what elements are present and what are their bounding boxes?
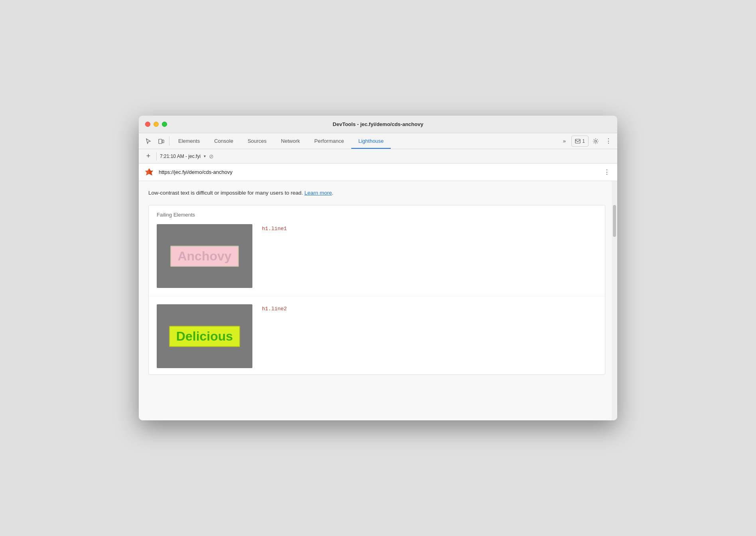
row-separator [149, 296, 605, 296]
tab-lighthouse[interactable]: Lighthouse [351, 133, 391, 149]
tab-network[interactable]: Network [274, 133, 307, 149]
secondary-divider [156, 152, 157, 160]
tab-elements[interactable]: Elements [171, 133, 207, 149]
element-preview-1: Anchovy [157, 224, 252, 288]
content-area: Low-contrast text is difficult or imposs… [139, 181, 617, 420]
svg-rect-0 [159, 139, 162, 144]
session-dropdown[interactable]: ▾ [204, 154, 206, 158]
toolbar-divider [169, 136, 169, 146]
tab-performance[interactable]: Performance [307, 133, 351, 149]
page-url: https://jec.fyi/demo/cds-anchovy [159, 169, 597, 175]
svg-marker-5 [149, 168, 153, 175]
overflow-menu-button[interactable]: ⋮ [603, 136, 614, 147]
main-toolbar: Elements Console Sources Network Perform… [139, 133, 617, 149]
svg-point-3 [595, 140, 597, 142]
anchovy-preview-text: Anchovy [170, 246, 238, 267]
title-bar: DevTools - jec.fyi/demo/cds-anchovy [139, 116, 617, 133]
table-row: Anchovy h1.line1 [157, 224, 597, 288]
tab-list: Elements Console Sources Network Perform… [171, 133, 559, 149]
url-options-button[interactable]: ⋮ [601, 167, 612, 178]
secondary-toolbar: + 7:21:10 AM - jec.fyi ▾ ⊘ [139, 149, 617, 164]
failing-elements-container: Failing Elements Anchovy h1.line1 Delici… [148, 205, 605, 375]
close-button[interactable] [145, 122, 150, 127]
notification-button[interactable]: 1 [571, 136, 589, 147]
lighthouse-page-icon [144, 167, 155, 178]
element-label-2: h1.line2 [262, 304, 287, 312]
table-row: Delicious h1.line2 [157, 304, 597, 368]
tab-console[interactable]: Console [207, 133, 240, 149]
tab-sources[interactable]: Sources [240, 133, 274, 149]
failing-elements-title: Failing Elements [157, 212, 597, 218]
session-url-display: 7:21:10 AM - jec.fyi [160, 154, 201, 159]
cursor-tool-button[interactable] [142, 133, 155, 149]
traffic-lights [145, 122, 167, 127]
maximize-button[interactable] [162, 122, 167, 127]
svg-rect-1 [162, 140, 164, 143]
no-throttle-icon: ⊘ [209, 153, 214, 160]
audit-description: Low-contrast text is difficult or imposs… [148, 189, 605, 197]
device-toggle-button[interactable] [155, 133, 167, 149]
toolbar-right: » 1 ⋮ [559, 133, 614, 149]
element-label-1: h1.line1 [262, 224, 287, 232]
learn-more-link[interactable]: Learn more [304, 190, 332, 196]
more-tabs-button[interactable]: » [559, 136, 570, 147]
minimize-button[interactable] [154, 122, 159, 127]
devtools-window: DevTools - jec.fyi/demo/cds-anchovy Elem… [139, 116, 617, 420]
url-bar: https://jec.fyi/demo/cds-anchovy ⋮ [139, 164, 617, 181]
scrollbar-track[interactable] [612, 181, 617, 420]
element-preview-2: Delicious [157, 304, 252, 368]
add-tab-button[interactable]: + [144, 152, 153, 161]
scrollbar-thumb[interactable] [613, 205, 616, 237]
main-panel: Low-contrast text is difficult or imposs… [139, 181, 617, 420]
svg-rect-2 [575, 139, 580, 143]
delicious-preview-text: Delicious [169, 326, 240, 347]
window-title: DevTools - jec.fyi/demo/cds-anchovy [333, 121, 423, 127]
settings-button[interactable] [590, 136, 601, 147]
